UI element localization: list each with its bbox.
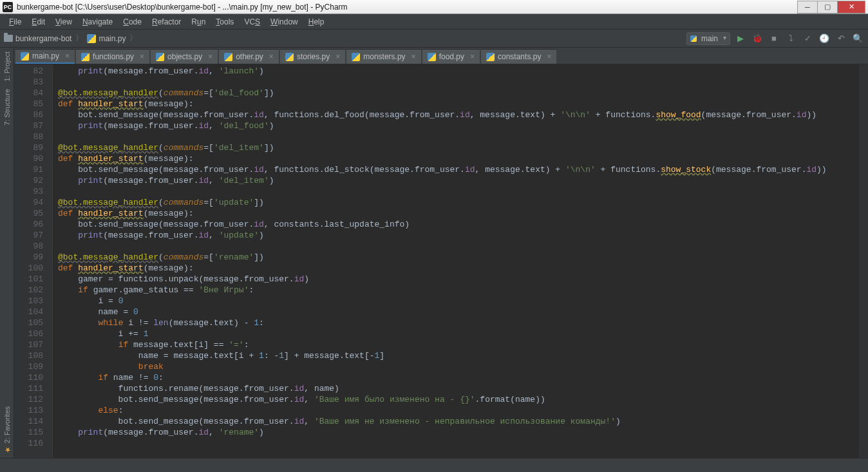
tab-label: monsters.py	[363, 52, 405, 61]
close-icon[interactable]: ×	[269, 52, 274, 61]
breadcrumb[interactable]: bunkergame-bot 〉 main.py 〉	[4, 33, 138, 44]
menu-tools[interactable]: Tools	[211, 16, 239, 28]
stop-button[interactable]: ■	[768, 32, 780, 45]
run-config-selector[interactable]: main	[686, 32, 730, 45]
vcs-commit-button[interactable]: ✓	[801, 32, 814, 45]
python-file-icon	[81, 53, 90, 61]
menu-navigate[interactable]: Navigate	[77, 16, 118, 28]
window-title: bunkergame-bot [C:\Users\user\Desktop\bu…	[17, 3, 798, 12]
chevron-right-icon: 〉	[75, 33, 83, 44]
folder-icon	[4, 35, 13, 42]
tab-label: functions.py	[93, 52, 134, 61]
window-close-button[interactable]: ✕	[837, 1, 865, 14]
editor-tab[interactable]: other.py×	[219, 49, 279, 64]
editor-scrollbar-stripe[interactable]	[859, 64, 868, 458]
close-icon[interactable]: ×	[140, 52, 144, 61]
menu-code[interactable]: Code	[118, 16, 147, 28]
vcs-revert-button[interactable]: ↶	[835, 32, 847, 45]
python-file-icon	[486, 53, 495, 61]
python-file-icon	[428, 53, 436, 61]
python-file-icon	[156, 53, 164, 61]
menu-help[interactable]: Help	[303, 16, 330, 28]
pycharm-icon: PC	[3, 2, 13, 12]
close-icon[interactable]: ×	[65, 52, 70, 61]
editor-tab[interactable]: food.py×	[422, 49, 480, 64]
vcs-update-button[interactable]: ⤵	[784, 32, 797, 45]
menu-file[interactable]: File	[4, 16, 26, 28]
code-content[interactable]: print(message.from_user.id, 'launch') @b…	[53, 64, 859, 458]
close-icon[interactable]: ×	[470, 52, 475, 61]
tab-label: other.py	[236, 52, 263, 61]
line-number-gutter: 8283848586878889909192939495969798991001…	[14, 64, 53, 458]
debug-button[interactable]: 🐞	[751, 32, 764, 45]
tab-label: food.py	[439, 52, 464, 61]
tool-window-structure[interactable]: 7: Structure	[3, 85, 11, 129]
editor-tab[interactable]: constants.py×	[481, 49, 556, 64]
breadcrumb-project: bunkergame-bot	[15, 34, 71, 43]
menu-vcs[interactable]: VCS	[239, 16, 265, 28]
close-icon[interactable]: ×	[411, 52, 416, 61]
close-icon[interactable]: ×	[335, 52, 340, 61]
close-icon[interactable]: ×	[547, 52, 551, 61]
python-file-icon	[285, 53, 294, 61]
breadcrumb-file: main.py	[99, 34, 126, 43]
vcs-history-button[interactable]: 🕘	[818, 32, 831, 45]
editor-tab[interactable]: objects.py×	[151, 49, 218, 64]
navbar: bunkergame-bot 〉 main.py 〉 main ▶ 🐞 ■ ⤵ …	[0, 30, 868, 48]
editor-tabs: main.py×functions.py×objects.py×other.py…	[14, 48, 868, 64]
search-everywhere-button[interactable]: 🔍	[851, 32, 864, 45]
tab-label: main.py	[32, 52, 59, 61]
python-file-icon	[224, 53, 232, 61]
tool-window-project[interactable]: 1: Project	[3, 48, 11, 85]
tab-label: constants.py	[498, 52, 541, 61]
chevron-right-icon: 〉	[129, 33, 137, 44]
window-titlebar: PC bunkergame-bot [C:\Users\user\Desktop…	[0, 0, 868, 14]
code-editor[interactable]: 8283848586878889909192939495969798991001…	[14, 64, 868, 458]
python-file-icon	[87, 34, 96, 43]
menu-refactor[interactable]: Refactor	[147, 16, 186, 28]
menu-view[interactable]: View	[50, 16, 77, 28]
tab-label: objects.py	[167, 52, 202, 61]
menu-run[interactable]: Run	[186, 16, 211, 28]
menu-window[interactable]: Window	[265, 16, 303, 28]
python-file-icon	[21, 52, 29, 61]
run-button[interactable]: ▶	[734, 32, 747, 45]
tool-window-favorites[interactable]: ★ 2: Favorites	[3, 402, 11, 458]
window-minimize-button[interactable]: ─	[797, 1, 818, 14]
statusbar	[0, 458, 868, 472]
python-file-icon	[352, 53, 360, 61]
left-tool-stripe: 1: Project 7: Structure ★ 2: Favorites	[0, 48, 14, 458]
menu-edit[interactable]: Edit	[26, 16, 50, 28]
tab-label: stories.py	[297, 52, 330, 61]
menubar: File Edit View Navigate Code Refactor Ru…	[0, 14, 868, 30]
editor-tab[interactable]: stories.py×	[280, 49, 345, 64]
editor-tab[interactable]: monsters.py×	[346, 49, 420, 64]
editor-tab[interactable]: functions.py×	[76, 49, 149, 64]
close-icon[interactable]: ×	[208, 52, 212, 61]
editor-tab[interactable]: main.py×	[15, 49, 75, 64]
window-maximize-button[interactable]: ▢	[817, 1, 838, 14]
